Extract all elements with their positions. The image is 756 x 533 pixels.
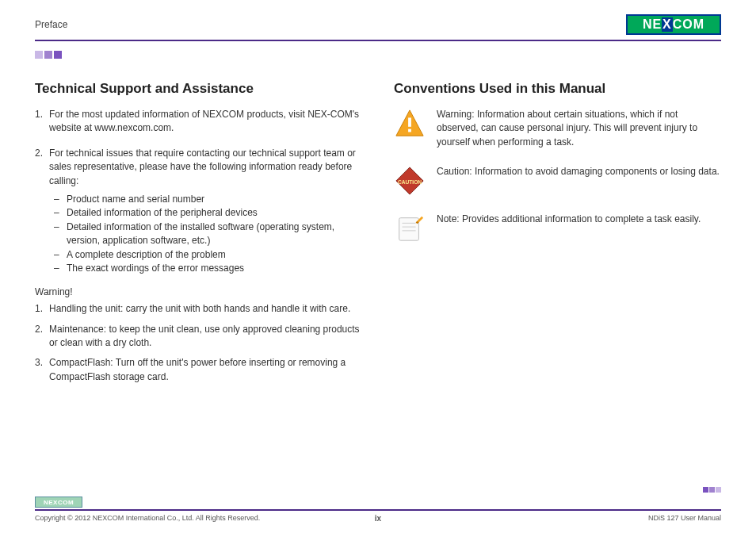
caution-text: Caution: Information to avoid damaging c…	[437, 165, 720, 197]
section-label: Preface	[35, 19, 67, 30]
square-mid	[44, 51, 52, 59]
note-icon	[394, 213, 426, 244]
note-text: Note: Provides additional information to…	[437, 213, 701, 244]
item-number: 1.	[35, 302, 43, 316]
item-number: 2.	[35, 323, 43, 336]
tech-support-heading: Technical Support and Assistance	[35, 81, 362, 97]
item-text: Maintenance: to keep the unit clean, use…	[49, 324, 360, 348]
decorative-squares	[35, 51, 721, 59]
square-light	[35, 51, 43, 59]
item-number: 1.	[35, 108, 43, 121]
list-item: 2. Maintenance: to keep the unit clean, …	[49, 323, 362, 351]
page-number: ix	[375, 514, 381, 523]
warning-icon	[394, 108, 426, 140]
copyright-text: Copyright © 2012 NEXCOM International Co…	[35, 514, 260, 522]
conventions-heading: Conventions Used in this Manual	[394, 81, 721, 97]
item-text: CompactFlash: Turn off the unit's power …	[49, 357, 346, 382]
square-dark	[703, 487, 708, 493]
footer-rule	[35, 509, 721, 511]
svg-text:CAUTION: CAUTION	[398, 179, 422, 185]
list-item: 1. Handling the unit: carry the unit wit…	[49, 302, 362, 316]
convention-caution: CAUTION Caution: Information to avoid da…	[394, 165, 721, 197]
nexcom-logo: NEXCOM	[626, 14, 721, 35]
sub-item: Detailed information of the peripheral d…	[67, 206, 362, 220]
convention-note: Note: Provides additional information to…	[394, 213, 721, 244]
warning-text: Warning: Information about certain situa…	[437, 108, 721, 149]
item-text: Handling the unit: carry the unit with b…	[49, 303, 350, 314]
square-mid	[709, 487, 715, 493]
footer: NEXCOM Copyright © 2012 NEXCOM Internati…	[35, 497, 721, 522]
logo-text-right: COM	[673, 17, 704, 32]
item-number: 3.	[35, 356, 43, 370]
convention-warning: Warning: Information about certain situa…	[394, 108, 721, 149]
warning-heading: Warning!	[35, 286, 362, 297]
item-text: For technical issues that require contac…	[49, 148, 356, 186]
sub-item: Product name and serial number	[67, 193, 362, 206]
svg-rect-5	[399, 218, 419, 241]
list-item: 1. For the most updated information of N…	[49, 108, 362, 136]
item-number: 2.	[35, 147, 43, 160]
item-text: For the most updated information of NEXC…	[49, 109, 359, 133]
doc-title: NDiS 127 User Manual	[648, 514, 721, 522]
left-column: Technical Support and Assistance 1. For …	[35, 81, 362, 390]
list-item: 2. For technical issues that require con…	[49, 147, 362, 276]
logo-text-x: X	[662, 17, 673, 32]
list-item: 3. CompactFlash: Turn off the unit's pow…	[49, 356, 362, 384]
footer-squares	[703, 487, 721, 493]
header-rule	[35, 40, 721, 41]
caution-icon: CAUTION	[394, 165, 426, 197]
svg-rect-2	[408, 129, 411, 132]
footer-logo: NEXCOM	[35, 497, 82, 508]
square-dark	[54, 51, 62, 59]
sub-item: Detailed information of the installed so…	[67, 220, 362, 248]
square-light	[716, 487, 721, 493]
sub-item: The exact wordings of the error messages	[67, 262, 362, 275]
svg-rect-1	[408, 117, 411, 126]
sub-item: A complete description of the problem	[67, 248, 362, 262]
logo-text-left: NE	[643, 17, 662, 32]
right-column: Conventions Used in this Manual Warning:…	[394, 81, 721, 390]
